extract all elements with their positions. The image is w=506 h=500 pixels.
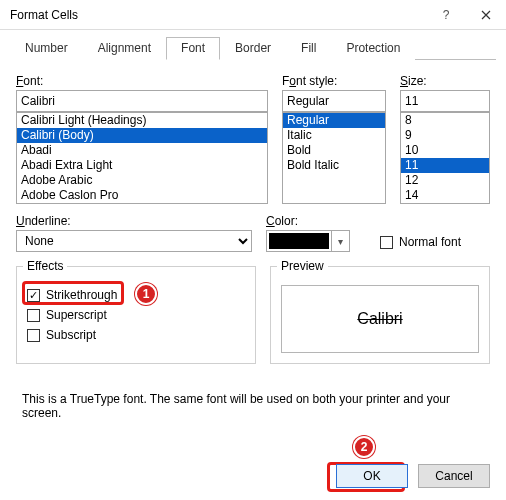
color-group: Color: ▾ <box>266 214 366 252</box>
font-style-listbox[interactable]: Regular Italic Bold Bold Italic <box>282 112 386 204</box>
font-input[interactable] <box>16 90 268 112</box>
style-item[interactable]: Bold Italic <box>283 158 385 173</box>
underline-select[interactable]: None <box>16 230 252 252</box>
strikethrough-label: Strikethrough <box>46 288 117 302</box>
preview-group: Preview Calibri <box>270 266 490 364</box>
titlebar: Format Cells ? <box>0 0 506 30</box>
size-item[interactable]: 8 <box>401 113 489 128</box>
font-item[interactable]: Calibri Light (Headings) <box>17 113 267 128</box>
font-group: Font: Calibri Light (Headings) Calibri (… <box>16 74 268 204</box>
tab-protection[interactable]: Protection <box>331 37 415 60</box>
checkbox-icon: ✓ <box>27 289 40 302</box>
font-label: Font: <box>16 74 268 88</box>
close-icon <box>481 10 491 20</box>
size-input[interactable] <box>400 90 490 112</box>
normal-font-group: Normal font <box>380 214 490 252</box>
underline-group: Underline: None <box>16 214 252 252</box>
font-listbox[interactable]: Calibri Light (Headings) Calibri (Body) … <box>16 112 268 204</box>
superscript-checkbox[interactable]: Superscript <box>27 305 245 325</box>
size-listbox[interactable]: 8 9 10 11 12 14 <box>400 112 490 204</box>
font-panel: Font: Calibri Light (Headings) Calibri (… <box>10 60 496 420</box>
cancel-button[interactable]: Cancel <box>418 464 490 488</box>
font-item[interactable]: Abadi Extra Light <box>17 158 267 173</box>
strikethrough-checkbox[interactable]: ✓ Strikethrough <box>27 285 117 305</box>
font-style-input[interactable] <box>282 90 386 112</box>
normal-font-checkbox[interactable]: Normal font <box>380 232 490 252</box>
effects-group: Effects ✓ Strikethrough 1 Superscript Su… <box>16 266 256 364</box>
tab-font[interactable]: Font <box>166 37 220 60</box>
size-item[interactable]: 9 <box>401 128 489 143</box>
font-item[interactable]: Abadi <box>17 143 267 158</box>
chevron-down-icon: ▾ <box>331 231 349 251</box>
underline-label: Underline: <box>16 214 252 228</box>
dialog-content: Number Alignment Font Border Fill Protec… <box>0 30 506 430</box>
size-item[interactable]: 11 <box>401 158 489 173</box>
font-item[interactable]: Calibri (Body) <box>17 128 267 143</box>
size-item[interactable]: 10 <box>401 143 489 158</box>
annotation-badge-2: 2 <box>353 436 375 458</box>
style-item[interactable]: Regular <box>283 113 385 128</box>
size-label: Size: <box>400 74 490 88</box>
tab-border[interactable]: Border <box>220 37 286 60</box>
style-item[interactable]: Bold <box>283 143 385 158</box>
color-label: Color: <box>266 214 366 228</box>
checkbox-icon <box>380 236 393 249</box>
close-button[interactable] <box>466 0 506 30</box>
dialog-buttons: OK Cancel <box>336 464 490 488</box>
normal-font-label: Normal font <box>399 235 461 249</box>
preview-legend: Preview <box>277 259 328 273</box>
font-item[interactable]: Adobe Arabic <box>17 173 267 188</box>
ok-button[interactable]: OK <box>336 464 408 488</box>
size-item[interactable]: 12 <box>401 173 489 188</box>
checkbox-icon <box>27 309 40 322</box>
color-select[interactable]: ▾ <box>266 230 350 252</box>
tab-strip: Number Alignment Font Border Fill Protec… <box>10 36 496 60</box>
tab-fill[interactable]: Fill <box>286 37 331 60</box>
window-title: Format Cells <box>10 8 426 22</box>
checkbox-icon <box>27 329 40 342</box>
help-button[interactable]: ? <box>426 0 466 30</box>
preview-text: Calibri <box>357 310 402 328</box>
size-group: Size: 8 9 10 11 12 14 <box>400 74 490 204</box>
font-item[interactable]: Adobe Caslon Pro <box>17 188 267 203</box>
preview-box: Calibri <box>281 285 479 353</box>
size-item[interactable]: 14 <box>401 188 489 203</box>
tab-alignment[interactable]: Alignment <box>83 37 166 60</box>
subscript-label: Subscript <box>46 328 96 342</box>
effects-legend: Effects <box>23 259 67 273</box>
subscript-checkbox[interactable]: Subscript <box>27 325 245 345</box>
font-style-group: Font style: Regular Italic Bold Bold Ita… <box>282 74 386 204</box>
color-swatch <box>269 233 329 249</box>
style-item[interactable]: Italic <box>283 128 385 143</box>
font-style-label: Font style: <box>282 74 386 88</box>
annotation-badge-1: 1 <box>135 283 157 305</box>
font-description: This is a TrueType font. The same font w… <box>22 392 484 420</box>
tab-number[interactable]: Number <box>10 37 83 60</box>
superscript-label: Superscript <box>46 308 107 322</box>
